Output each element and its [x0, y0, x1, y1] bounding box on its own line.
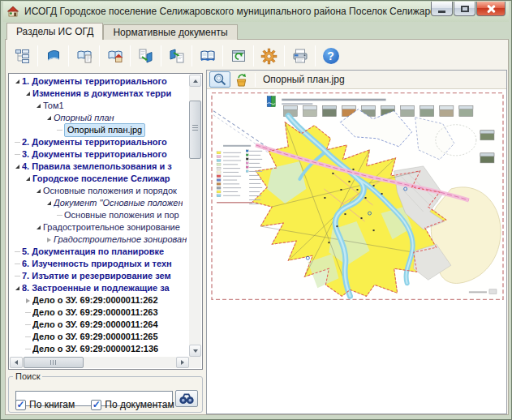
- expand-icon[interactable]: [24, 298, 32, 303]
- import-document-icon: [138, 48, 154, 64]
- tree-item[interactable]: 2. Документы территориального: [10, 136, 189, 148]
- tree-item[interactable]: 4. Правила землепользования и з: [10, 161, 189, 173]
- print-button[interactable]: [286, 44, 313, 68]
- help-icon: ?: [323, 48, 339, 64]
- help-button[interactable]: ?: [317, 44, 344, 68]
- tree-item-label: 6. Изученность природных и техн: [22, 258, 172, 270]
- filter-by-books[interactable]: ✓ По книгам: [15, 399, 75, 410]
- tree-item[interactable]: Основные положения и пор: [10, 209, 189, 221]
- tree-connector: [13, 264, 22, 264]
- tree-item-label: Дело о ЗУ. 69:29:0000011:263: [32, 306, 158, 319]
- tree-item[interactable]: Документ "Основные положен: [10, 197, 189, 209]
- tree-item[interactable]: Опорный план: [10, 112, 189, 124]
- tree-vertical-scrollbar[interactable]: [189, 75, 201, 357]
- map-coat-of-arms: [267, 96, 275, 107]
- tree-horizontal-scrollbar[interactable]: [10, 357, 189, 368]
- book-with-house-icon: [107, 48, 123, 64]
- tree-item[interactable]: 5. Документация по планировке: [10, 246, 189, 258]
- toolbar-separator: [99, 45, 100, 66]
- open-book-button[interactable]: [194, 44, 221, 68]
- maximize-button[interactable]: [454, 2, 475, 16]
- binoculars-icon: [178, 392, 196, 405]
- tree-item-label: Дело о ЗУ. 69:29:0000012:136: [32, 343, 158, 355]
- tree-item[interactable]: Градостроительное зонирован: [10, 234, 189, 246]
- tree-item[interactable]: Дело о ЗУ. 69:29:0000011:262: [10, 294, 189, 306]
- book-with-document-button[interactable]: [71, 44, 97, 68]
- tab-razdely-is-ogd[interactable]: Разделы ИС ОГД: [6, 23, 103, 40]
- tree-item[interactable]: Дело о ЗУ. 69:29:0000011:264: [10, 319, 189, 331]
- filter-by-documents[interactable]: ✓ По документам: [91, 399, 174, 410]
- toolbar-separator: [253, 45, 254, 66]
- export-document-button[interactable]: [163, 44, 190, 68]
- tab-normativnye-dokumenty[interactable]: Нормативные документы: [103, 24, 237, 40]
- tree-item-label: Дело о ЗУ. 69:29:0000011:265: [32, 331, 158, 343]
- book-with-house-button[interactable]: [101, 44, 128, 68]
- tree-item[interactable]: 1. Документы территориального: [10, 75, 189, 88]
- expand-icon[interactable]: [24, 92, 32, 96]
- horizontal-scroll-thumb[interactable]: [24, 357, 84, 368]
- tree-item[interactable]: Основные положения и порядок: [10, 185, 189, 197]
- scroll-up-button[interactable]: [189, 75, 201, 87]
- tree-item[interactable]: Дело о ЗУ. 69:29:0000011:263: [10, 306, 189, 319]
- minimize-button[interactable]: [431, 2, 453, 16]
- expand-icon[interactable]: [45, 201, 54, 205]
- expand-icon[interactable]: [24, 177, 32, 181]
- sections-tree-button[interactable]: [9, 44, 36, 68]
- tree-item-label: Основные положения и порядок: [43, 185, 177, 197]
- document-tree: 1. Документы территориального Изменения …: [8, 73, 203, 370]
- tree-item-label: Опорный план: [54, 112, 114, 124]
- import-document-button[interactable]: [132, 44, 159, 68]
- tree-item-label: 3. Документы территориального: [22, 148, 167, 161]
- tree-connector: [13, 276, 22, 276]
- zoom-preview-button[interactable]: [209, 71, 230, 88]
- tree-item[interactable]: Том1: [10, 100, 189, 112]
- tab-strip: Разделы ИС ОГД Нормативные документы: [6, 23, 238, 40]
- scroll-right-button[interactable]: [176, 357, 189, 368]
- open-book-icon: [200, 48, 216, 64]
- tree-item[interactable]: 3. Документы территориального: [10, 148, 189, 161]
- tree-connector: [55, 130, 64, 131]
- expand-icon[interactable]: [45, 116, 54, 120]
- tree-item-label: Дело о ЗУ. 69:29:0000011:262: [32, 294, 158, 306]
- tree-item-label: Документ "Основные положен: [54, 197, 183, 209]
- expand-icon[interactable]: [13, 286, 22, 290]
- tree-connector: [13, 142, 22, 143]
- tree-item[interactable]: Градостроительное зонирование: [10, 221, 189, 234]
- tree-item-label: Том1: [43, 100, 64, 112]
- expand-icon[interactable]: [34, 104, 43, 108]
- vertical-scroll-thumb[interactable]: [189, 101, 201, 159]
- expand-icon[interactable]: [34, 225, 43, 229]
- tree-item[interactable]: Изменения в документах терри: [10, 88, 189, 100]
- preview-filename: Опорный план.jpg: [263, 74, 345, 85]
- tree-item[interactable]: Дело о ЗУ. 69:29:0000011:265: [10, 331, 189, 343]
- export-bucket-button[interactable]: [230, 71, 252, 88]
- tree-item[interactable]: 6. Изученность природных и техн: [10, 258, 189, 270]
- book-button[interactable]: [40, 44, 67, 68]
- checkbox-by-documents[interactable]: ✓: [91, 400, 101, 410]
- preview-toolbar-separator: [255, 73, 256, 87]
- tree-connector: [55, 215, 64, 216]
- search-button[interactable]: [175, 390, 198, 407]
- check-icon: ✓: [16, 400, 24, 410]
- tree-connector: [13, 251, 22, 252]
- tree-item[interactable]: Дело о ЗУ. 69:29:0000012:136: [10, 343, 189, 355]
- checkbox-by-books[interactable]: ✓: [15, 400, 26, 410]
- book-icon: [45, 48, 62, 64]
- settings-button[interactable]: [256, 44, 282, 68]
- close-button[interactable]: [476, 2, 506, 16]
- expand-icon[interactable]: [34, 189, 43, 193]
- export-document-icon: [169, 48, 185, 64]
- expand-icon[interactable]: [13, 165, 22, 169]
- tree-item-selected[interactable]: Опорный план.jpg: [10, 124, 189, 136]
- filter-label: По документам: [105, 399, 174, 410]
- tree-item[interactable]: 7. Изъятие и резервирование зем: [10, 270, 189, 282]
- tree-item-label: 2. Документы территориального: [22, 136, 167, 148]
- tree-item[interactable]: Городское поселение Селижар: [10, 173, 189, 185]
- expand-icon[interactable]: [13, 79, 22, 84]
- scroll-down-button[interactable]: [189, 345, 201, 357]
- expand-icon[interactable]: [45, 238, 54, 242]
- refresh-window-button[interactable]: [225, 44, 252, 68]
- tree-item[interactable]: 8. Застроенные и подлежащие за: [10, 282, 189, 294]
- scroll-left-button[interactable]: [10, 357, 23, 368]
- tree-item-label: Дело о ЗУ. 69:29:0000011:264: [32, 319, 158, 331]
